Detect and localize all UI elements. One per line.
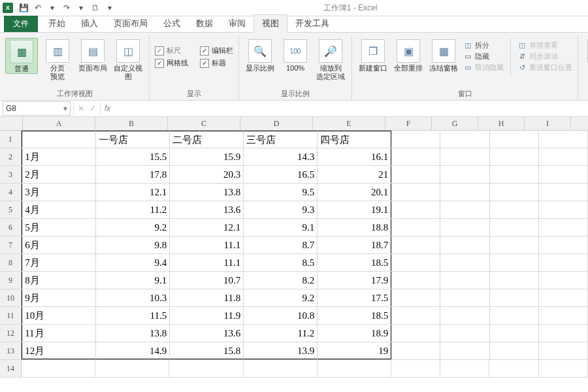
cell[interactable] — [539, 201, 588, 218]
cell[interactable]: 12月 — [22, 342, 96, 359]
cell[interactable] — [490, 272, 539, 289]
tab-developer[interactable]: 开发工具 — [287, 15, 337, 32]
split-button[interactable]: ◫拆分 — [463, 41, 504, 50]
row-header[interactable]: 11 — [0, 307, 22, 324]
cell[interactable]: 11.2 — [96, 201, 170, 218]
cell[interactable]: 一号店 — [96, 131, 170, 148]
cell[interactable]: 10.3 — [96, 289, 170, 306]
cell[interactable]: 8.2 — [244, 272, 318, 289]
cell[interactable]: 11.8 — [170, 289, 244, 306]
cell[interactable] — [244, 360, 318, 377]
row-header[interactable]: 3 — [0, 166, 22, 183]
cell[interactable] — [539, 131, 588, 148]
cell[interactable]: 13.8 — [170, 184, 244, 201]
cell[interactable]: 19 — [318, 342, 391, 359]
col-header-C[interactable]: C — [168, 117, 240, 130]
cell[interactable]: 10.7 — [170, 272, 244, 289]
sidebyside-button[interactable]: ◫并排查看 — [517, 41, 572, 50]
cell[interactable]: 16.1 — [318, 148, 391, 165]
cell[interactable] — [539, 307, 588, 324]
row-header[interactable]: 1 — [0, 131, 22, 148]
cell[interactable] — [391, 342, 440, 359]
cell[interactable]: 1月 — [22, 148, 96, 165]
formula-input[interactable] — [114, 102, 588, 115]
cell[interactable] — [440, 360, 489, 377]
chk-formulabar[interactable]: ✓编辑栏 — [200, 46, 233, 56]
resetpos-button[interactable]: ↺重设窗口位置 — [517, 63, 572, 73]
view-normal-button[interactable]: ▦ 普通 — [5, 38, 38, 74]
tab-data[interactable]: 数据 — [188, 15, 221, 32]
cell[interactable]: 18.8 — [318, 219, 391, 236]
name-box[interactable]: G8 ▾ — [3, 101, 71, 116]
cell[interactable] — [539, 289, 588, 306]
redo-icon[interactable]: ↷ — [61, 3, 72, 13]
row-header[interactable]: 2 — [0, 148, 22, 165]
cell[interactable] — [539, 237, 588, 253]
cell[interactable] — [391, 325, 440, 342]
new-file-icon[interactable]: 🗋 — [90, 3, 101, 13]
col-header-E[interactable]: E — [313, 117, 385, 130]
cell[interactable]: 5月 — [22, 219, 96, 236]
save-icon[interactable]: 💾 — [18, 3, 29, 13]
col-header-B[interactable]: B — [95, 117, 168, 130]
unhide-button[interactable]: ▭取消隐藏 — [463, 63, 504, 73]
cell[interactable] — [440, 342, 489, 359]
cell[interactable] — [490, 289, 539, 306]
cell[interactable]: 3月 — [22, 184, 96, 201]
cell[interactable] — [539, 325, 588, 342]
cell[interactable]: 9.2 — [244, 289, 318, 306]
col-header-G[interactable]: G — [432, 117, 478, 130]
cell[interactable] — [539, 184, 588, 201]
hide-button[interactable]: ▭隐藏 — [463, 52, 504, 61]
cell[interactable]: 9.5 — [244, 184, 318, 201]
cell[interactable]: 11.9 — [170, 307, 244, 324]
tab-home[interactable]: 开始 — [41, 15, 73, 32]
new-window-button[interactable]: ❐ 新建窗口 — [357, 38, 389, 73]
cell[interactable]: 11.2 — [244, 325, 318, 342]
tab-view[interactable]: 视图 — [253, 14, 287, 33]
select-all-corner[interactable] — [0, 117, 23, 130]
tab-formulas[interactable]: 公式 — [155, 15, 188, 32]
cell[interactable]: 8.7 — [244, 237, 318, 253]
cell[interactable] — [391, 131, 440, 148]
cell[interactable]: 17.9 — [318, 272, 391, 289]
cell[interactable] — [95, 360, 169, 377]
cell[interactable]: 14.3 — [244, 148, 318, 165]
switch-window-button[interactable]: ❏ 切换窗 — [583, 38, 588, 73]
cell[interactable]: 21 — [318, 166, 391, 183]
syncscroll-button[interactable]: ⇵同步滚动 — [517, 52, 572, 61]
cell[interactable] — [391, 272, 440, 289]
fx-icon[interactable]: fx — [101, 104, 114, 113]
zoom-selection-button[interactable]: 🔎 缩放到 选定区域 — [315, 38, 346, 81]
cell[interactable]: 10月 — [22, 307, 96, 324]
cell[interactable]: 2月 — [22, 166, 96, 183]
tab-file[interactable]: 文件 — [4, 16, 38, 32]
cell[interactable] — [490, 254, 539, 271]
cell[interactable] — [490, 131, 539, 148]
freeze-panes-button[interactable]: ▦ 冻结窗格 — [428, 38, 459, 73]
row-header[interactable]: 8 — [0, 254, 22, 271]
cell[interactable]: 11.5 — [96, 307, 170, 324]
qat-customize-icon[interactable]: ▾ — [105, 3, 115, 13]
confirm-icon[interactable]: ✓ — [90, 104, 96, 113]
redo-dd-icon[interactable]: ▾ — [76, 3, 86, 13]
view-custom-button[interactable]: ◫ 自定义视图 — [112, 38, 144, 81]
worksheet[interactable]: ABCDEFGHI 1一号店二号店三号店四号店21月15.515.914.316… — [0, 117, 588, 378]
cell[interactable] — [391, 289, 440, 306]
cancel-icon[interactable]: ✕ — [78, 104, 84, 113]
cell[interactable] — [440, 272, 489, 289]
view-pagebreak-button[interactable]: ▥ 分页 预览 — [42, 38, 73, 81]
cell[interactable] — [22, 131, 96, 148]
cell[interactable]: 16.5 — [244, 166, 318, 183]
cell[interactable] — [391, 219, 440, 236]
cell[interactable]: 9.1 — [96, 272, 170, 289]
cell[interactable]: 20.1 — [318, 184, 391, 201]
cell[interactable] — [539, 342, 588, 359]
cell[interactable] — [489, 360, 538, 377]
tab-pagelayout[interactable]: 页面布局 — [106, 15, 155, 32]
row-header[interactable]: 7 — [0, 237, 22, 253]
row-header[interactable]: 5 — [0, 201, 22, 218]
cell[interactable] — [440, 184, 489, 201]
cell[interactable] — [391, 184, 440, 201]
cell[interactable]: 10.8 — [244, 307, 318, 324]
